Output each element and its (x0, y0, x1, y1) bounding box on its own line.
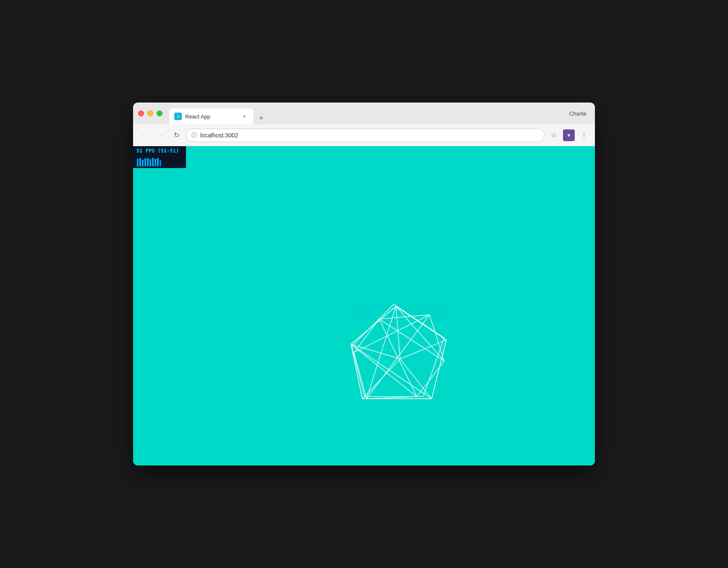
url-actions: ☆ ▼ ⋮ (548, 129, 590, 141)
traffic-lights (138, 110, 162, 116)
svg-marker-1 (351, 306, 446, 399)
url-bar[interactable]: ⓘ localhost:3002 (186, 129, 545, 142)
svg-marker-2 (351, 306, 446, 399)
fps-label: 51 FPS (51-51) (136, 148, 183, 154)
pocket-button[interactable]: ▼ (563, 129, 575, 141)
fps-bar-7 (152, 158, 154, 166)
fps-bar-2 (139, 158, 141, 166)
fps-overlay: 51 FPS (51-51) (133, 146, 186, 168)
bookmark-button[interactable]: ☆ (548, 129, 560, 141)
content-area: 51 FPS (51-51) (133, 146, 595, 465)
address-bar: ← → ↻ ⓘ localhost:3002 ☆ ▼ ⋮ (133, 124, 595, 146)
browser-window: ⚛ React App × + Charlie ← → ↻ ⓘ localhos… (133, 103, 595, 465)
forward-button[interactable]: → (154, 129, 167, 142)
fps-bar-6 (149, 159, 151, 166)
menu-button[interactable]: ⋮ (578, 129, 590, 141)
maximize-button[interactable] (157, 110, 162, 116)
svg-line-4 (400, 340, 446, 359)
close-button[interactable] (138, 110, 144, 116)
fps-bar-container (136, 154, 183, 166)
tabs-area: ⚛ React App × + (169, 103, 569, 124)
svg-line-15 (351, 344, 417, 397)
url-text: localhost:3002 (200, 132, 539, 139)
fps-bar-8 (155, 159, 156, 166)
fps-bar-3 (142, 160, 144, 166)
new-tab-button[interactable]: + (255, 112, 267, 124)
fps-bar-5 (147, 158, 149, 166)
svg-line-10 (367, 315, 429, 399)
diamond-wireframe (348, 300, 457, 415)
fps-bar-4 (144, 158, 146, 166)
minimize-button[interactable] (147, 110, 153, 116)
user-name: Charlie (569, 110, 590, 117)
active-tab[interactable]: ⚛ React App × (169, 108, 253, 124)
svg-line-3 (396, 306, 400, 359)
fps-bar-1 (137, 159, 139, 166)
tab-title: React App (185, 113, 237, 120)
reload-button[interactable]: ↻ (170, 129, 183, 142)
diamond-svg (348, 300, 457, 413)
title-bar: ⚛ React App × + Charlie (133, 103, 595, 124)
fps-bar-9 (157, 158, 159, 166)
tab-close-button[interactable]: × (241, 113, 248, 120)
svg-line-5 (400, 359, 432, 399)
svg-line-13 (379, 319, 444, 361)
favicon-icon: ⚛ (176, 114, 180, 119)
svg-marker-8 (354, 315, 444, 399)
tab-favicon: ⚛ (174, 113, 182, 120)
back-button[interactable]: ← (138, 129, 151, 142)
secure-icon: ⓘ (191, 131, 197, 139)
fps-bar-10 (160, 160, 161, 166)
